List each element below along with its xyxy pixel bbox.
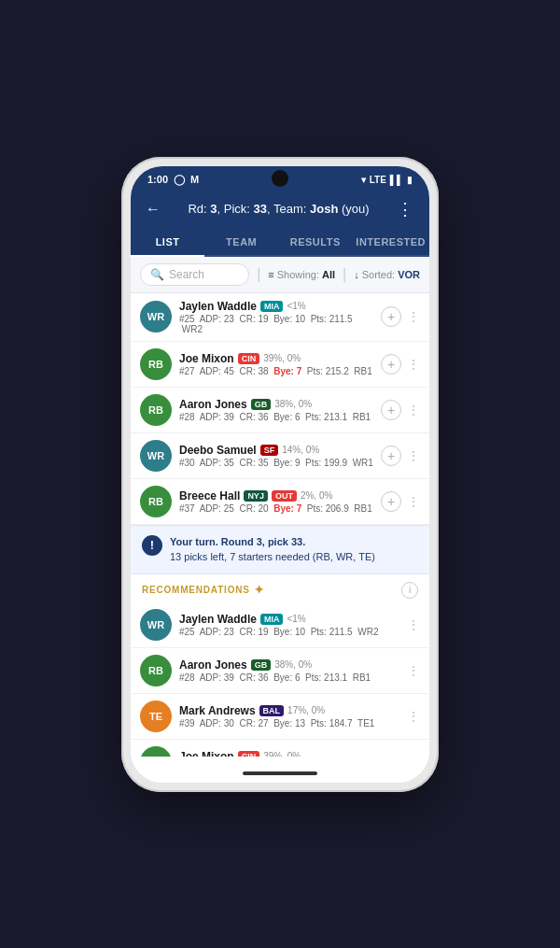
header-more-button[interactable]: ⋮ bbox=[397, 199, 414, 219]
phone-frame: 1:00 ◯ M ▾ LTE ▌▌ ▮ ← Rd: 3, Pick: 33, T… bbox=[121, 157, 439, 792]
player-name: Deebo Samuel bbox=[179, 444, 257, 457]
player-list-area: WR Jaylen Waddle MIA <1% #25 ADP: 23 CR:… bbox=[131, 293, 429, 757]
team-name: Josh bbox=[310, 202, 338, 216]
rec-label-text: RECOMMENDATIONS bbox=[142, 585, 250, 595]
player-stats: #27 ADP: 45 CR: 38 Bye: 7 Pts: 215.2 RB1 bbox=[179, 366, 373, 376]
tab-results[interactable]: RESULTS bbox=[278, 229, 352, 255]
home-bar-area bbox=[131, 757, 429, 783]
status-right: ▾ LTE ▌▌ ▮ bbox=[361, 175, 413, 185]
player-name-row: Joe Mixon CIN 39%, 0% bbox=[179, 750, 399, 757]
tab-list[interactable]: LIST bbox=[131, 229, 204, 255]
player-name: Joe Mixon bbox=[179, 750, 234, 757]
player-name-row: Jaylen Waddle MIA <1% bbox=[179, 300, 373, 313]
player-stats: #25 ADP: 23 CR: 19 Bye: 10 Pts: 211.5 WR… bbox=[179, 627, 399, 637]
add-button[interactable]: + bbox=[381, 491, 401, 512]
phone-screen: 1:00 ◯ M ▾ LTE ▌▌ ▮ ← Rd: 3, Pick: 33, T… bbox=[131, 166, 429, 783]
search-icon: 🔍 bbox=[150, 268, 164, 281]
more-options-button[interactable]: ⋮ bbox=[407, 709, 420, 724]
player-name: Aaron Jones bbox=[179, 398, 247, 411]
header-title: Rd: 3, Pick: 33, Team: Josh (you) bbox=[161, 202, 397, 216]
player-stats: #28 ADP: 39 CR: 36 Bye: 6 Pts: 213.1 RB1 bbox=[179, 412, 373, 422]
team-badge: NYJ bbox=[244, 490, 268, 502]
filter-button[interactable]: ≡ Showing: All bbox=[268, 269, 335, 280]
rec-player-row: RB Aaron Jones GB 38%, 0% #28 ADP: 39 CR… bbox=[131, 648, 429, 694]
team-badge: CIN bbox=[238, 353, 260, 364]
player-row: RB Aaron Jones GB 38%, 0% #28 ADP: 39 CR… bbox=[131, 388, 429, 433]
showing-value: All bbox=[322, 269, 335, 280]
more-options-button[interactable]: ⋮ bbox=[407, 617, 420, 632]
pct-text: <1% bbox=[287, 614, 305, 624]
row-actions: + ⋮ bbox=[381, 446, 420, 466]
avatar: RB bbox=[140, 746, 172, 757]
tab-bar: LIST TEAM RESULTS INTERESTED bbox=[131, 229, 429, 257]
team-badge: SF bbox=[260, 445, 279, 456]
avatar: RB bbox=[140, 655, 172, 686]
add-button[interactable]: + bbox=[381, 354, 401, 375]
pct-text: 2%, 0% bbox=[301, 490, 332, 501]
sorted-label: Sorted: bbox=[362, 269, 395, 280]
team-badge: GB bbox=[251, 659, 272, 671]
notch bbox=[272, 170, 288, 187]
wifi-icon: ▾ bbox=[361, 175, 366, 185]
more-options-button[interactable]: ⋮ bbox=[407, 357, 420, 372]
row-actions: ⋮ bbox=[407, 709, 420, 724]
avatar: WR bbox=[140, 440, 172, 472]
player-name-row: Deebo Samuel SF 14%, 0% bbox=[179, 444, 373, 457]
lte-label: LTE bbox=[370, 175, 386, 185]
search-box[interactable]: 🔍 Search bbox=[140, 263, 249, 286]
home-bar bbox=[243, 771, 317, 775]
divider-2: | bbox=[343, 266, 346, 283]
more-options-button[interactable]: ⋮ bbox=[407, 663, 420, 678]
avatar: WR bbox=[140, 301, 172, 333]
player-name: Mark Andrews bbox=[179, 704, 256, 717]
pct-text: 39%, 0% bbox=[263, 353, 301, 363]
player-stats: #37 ADP: 25 CR: 20 Bye: 7 Pts: 206.9 RB1 bbox=[179, 503, 373, 514]
turn-banner: ! Your turn. Round 3, pick 33. 13 picks … bbox=[131, 525, 429, 574]
row-actions: ⋮ bbox=[407, 663, 420, 678]
team-badge: MIA bbox=[260, 614, 284, 625]
alert-icon: ! bbox=[142, 535, 162, 556]
row-actions: + ⋮ bbox=[381, 306, 420, 327]
back-button[interactable]: ← bbox=[146, 201, 161, 218]
turn-line1: Your turn. Round 3, pick 33. bbox=[170, 536, 305, 547]
more-options-button[interactable]: ⋮ bbox=[407, 403, 420, 417]
sort-icon: ↓ bbox=[354, 269, 359, 280]
sort-button[interactable]: ↓ Sorted: VOR bbox=[354, 269, 420, 280]
player-name: Aaron Jones bbox=[179, 658, 247, 672]
time-display: 1:00 bbox=[147, 174, 168, 185]
search-filter-row: 🔍 Search | ≡ Showing: All | ↓ Sorted: VO… bbox=[131, 257, 429, 293]
player-info: Joe Mixon CIN 39%, 0% #27 ADP: 45 CR: 38… bbox=[179, 352, 373, 376]
player-row: WR Jaylen Waddle MIA <1% #25 ADP: 23 CR:… bbox=[131, 293, 429, 342]
tab-team[interactable]: TEAM bbox=[204, 229, 278, 255]
player-info: Jaylen Waddle MIA <1% #25 ADP: 23 CR: 19… bbox=[179, 613, 399, 637]
player-name: Breece Hall bbox=[179, 489, 240, 502]
row-actions: + ⋮ bbox=[381, 400, 420, 420]
out-badge: OUT bbox=[272, 490, 297, 502]
signal-icon: ▌▌ bbox=[390, 175, 403, 185]
player-info: Aaron Jones GB 38%, 0% #28 ADP: 39 CR: 3… bbox=[179, 658, 399, 683]
player-info: Breece Hall NYJ OUT 2%, 0% #37 ADP: 25 C… bbox=[179, 489, 373, 514]
more-options-button[interactable]: ⋮ bbox=[407, 494, 420, 509]
player-info: Mark Andrews BAL 17%, 0% #39 ADP: 30 CR:… bbox=[179, 704, 399, 729]
player-row: RB Joe Mixon CIN 39%, 0% #27 ADP: 45 CR:… bbox=[131, 342, 429, 388]
more-options-button[interactable]: ⋮ bbox=[407, 448, 420, 463]
player-info: Joe Mixon CIN 39%, 0% #27 ADP: 45 CR: 38… bbox=[179, 750, 399, 757]
recommendations-info-button[interactable]: i bbox=[401, 582, 418, 599]
add-button[interactable]: + bbox=[381, 446, 401, 466]
player-name: Joe Mixon bbox=[179, 352, 234, 365]
recommendations-header: RECOMMENDATIONS ✦ i bbox=[131, 574, 429, 602]
player-name-row: Breece Hall NYJ OUT 2%, 0% bbox=[179, 489, 373, 502]
player-row: RB Breece Hall NYJ OUT 2%, 0% #37 ADP: 2… bbox=[131, 479, 429, 525]
player-name-row: Jaylen Waddle MIA <1% bbox=[179, 613, 399, 626]
player-name-row: Aaron Jones GB 38%, 0% bbox=[179, 658, 399, 672]
add-button[interactable]: + bbox=[381, 400, 401, 420]
pct-text: 14%, 0% bbox=[282, 445, 319, 455]
more-options-button[interactable]: ⋮ bbox=[407, 309, 420, 324]
avatar: RB bbox=[140, 348, 172, 380]
team-badge: BAL bbox=[259, 705, 285, 716]
player-name: Jaylen Waddle bbox=[179, 613, 257, 626]
tab-interested[interactable]: INTERESTED bbox=[352, 229, 429, 255]
add-button[interactable]: + bbox=[381, 306, 401, 327]
player-name-row: Joe Mixon CIN 39%, 0% bbox=[179, 352, 373, 365]
row-actions: + ⋮ bbox=[381, 491, 420, 512]
